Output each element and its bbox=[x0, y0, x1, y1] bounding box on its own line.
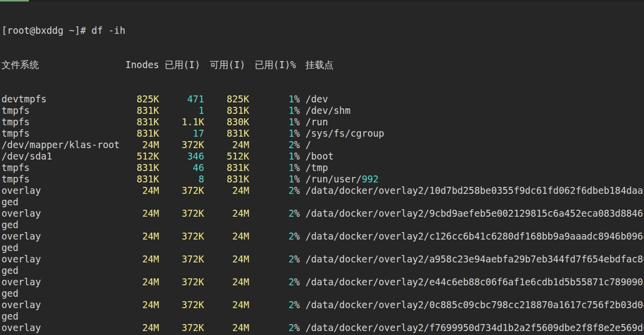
terminal-output: [root@bxddg ~]# df -ih 文件系统 Inodes 已用(I)… bbox=[1, 2, 644, 335]
terminal-line: overlay 24M 372K 24M 2% /data/docker/ove… bbox=[1, 231, 644, 242]
terminal-line: tmpfs 831K 1 831K 1% /dev/shm bbox=[1, 105, 644, 116]
terminal-line: overlay 24M 372K 24M 2% /data/docker/ove… bbox=[1, 208, 644, 219]
terminal-line-wrap: ged bbox=[1, 288, 644, 299]
terminal-line: overlay 24M 372K 24M 2% /data/docker/ove… bbox=[1, 299, 644, 311]
terminal-line: overlay 24M 372K 24M 2% /data/docker/ove… bbox=[1, 276, 644, 288]
terminal-line: /dev/mapper/klas-root 24M 372K 24M 2% / bbox=[1, 139, 644, 151]
terminal-line: tmpfs 831K 17 831K 1% /sys/fs/cgroup bbox=[1, 128, 644, 139]
terminal-line: devtmpfs 825K 471 825K 1% /dev bbox=[1, 93, 644, 105]
terminal-line: tmpfs 831K 46 831K 1% /tmp bbox=[1, 162, 644, 173]
terminal-line: tmpfs 831K 8 831K 1% /run/user/992 bbox=[1, 173, 644, 185]
terminal-line-wrap: ged bbox=[1, 196, 644, 208]
window-top-strip bbox=[0, 0, 644, 1]
terminal-line-wrap: ged bbox=[1, 219, 644, 231]
shell-command-line: [root@bxddg ~]# df -ih bbox=[1, 25, 644, 36]
active-tab-indicator bbox=[0, 0, 29, 1]
terminal-line-wrap: ged bbox=[1, 265, 644, 276]
terminal-line-wrap: ged bbox=[1, 311, 644, 322]
terminal-header-line: 文件系统 Inodes 已用(I) 可用(I) 已用(I)% 挂载点 bbox=[1, 59, 644, 71]
terminal-line: /dev/sda1 512K 346 512K 1% /boot bbox=[1, 151, 644, 162]
terminal-line: overlay 24M 372K 24M 2% /data/docker/ove… bbox=[1, 185, 644, 196]
terminal-line: tmpfs 831K 1.1K 830K 1% /run bbox=[1, 116, 644, 128]
terminal-line: overlay 24M 372K 24M 2% /data/docker/ove… bbox=[1, 322, 644, 334]
terminal-line: overlay 24M 372K 24M 2% /data/docker/ove… bbox=[1, 253, 644, 265]
terminal-rows: devtmpfs 825K 471 825K 1% /devtmpfs 831K… bbox=[1, 93, 644, 335]
terminal-line-wrap: ged bbox=[1, 242, 644, 253]
